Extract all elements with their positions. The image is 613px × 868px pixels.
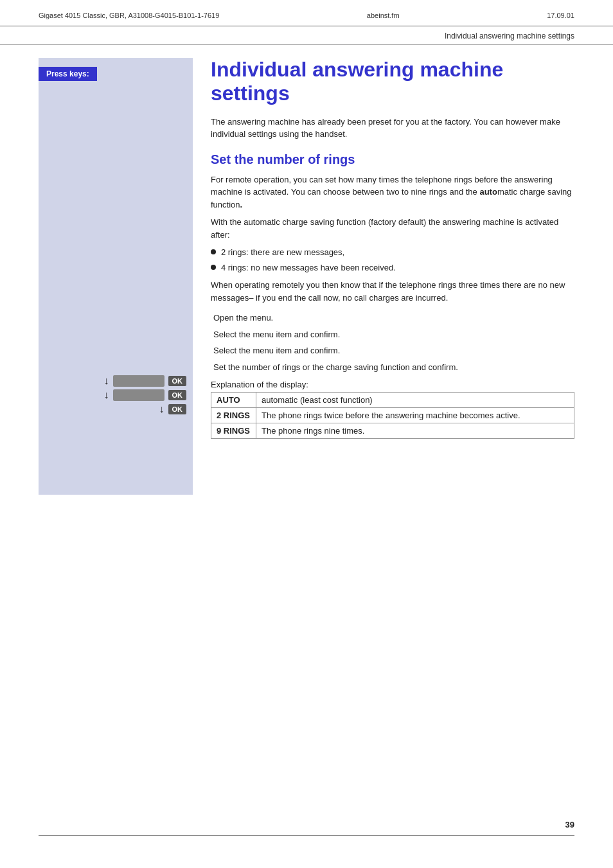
main-content: Press keys: ↓ OK ↓ OK [0,45,613,508]
header-left: Gigaset 4015 Classic, GBR, A31008-G4015-… [39,12,219,19]
key-row-1-inner: ↓ OK [104,375,187,387]
body-paragraph-1: For remote operation, you can set how ma… [211,173,574,211]
ok-button-2[interactable]: OK [168,390,187,400]
explanation-label: Explanation of the display: [211,380,574,389]
table-cell-key-2: 9 RINGS [211,423,256,439]
bold-period: . [240,200,243,209]
instruction-row-3: Select the menu item and confirm. [211,344,574,357]
table-row-9rings: 9 RINGS The phone rings nine times. [211,423,574,439]
ok-button-1[interactable]: OK [168,376,187,386]
instruction-text-2: Select the menu item and confirm. [211,328,574,341]
intro-paragraph: The answering machine has already been p… [211,116,574,141]
explanation-table: AUTO automatic (least cost function) 2 R… [211,392,574,439]
key-row-3-inner: ↓ OK [147,403,187,415]
key-row-1: ↓ OK [45,375,186,387]
key-bar-1 [113,375,164,387]
header-right: 17.09.01 [547,12,574,19]
instruction-text-1: Open the menu. [211,312,574,324]
arrow-down-icon-3: ↓ [159,403,164,415]
page-number: 39 [565,820,574,829]
bullet-text-2: 4 rings: no new messages have been recei… [221,261,396,274]
body-paragraph-3: When operating remotely you then know th… [211,279,574,304]
bullet-dot-2 [211,265,216,270]
page-wrapper: Gigaset 4015 Classic, GBR, A31008-G4015-… [0,0,613,868]
arrow-down-icon-1: ↓ [104,375,109,387]
press-keys-label: Press keys: [39,67,97,81]
key-row-2: ↓ OK [45,389,186,401]
page-section-header: Individual answering machine settings [0,26,613,45]
instruction-rows: Open the menu. Select the menu item and … [211,312,574,373]
bottom-rule [39,835,574,836]
table-cell-value-0: automatic (least cost function) [256,393,574,408]
instruction-row-4: Set the number of rings or the charge sa… [211,361,574,374]
table-row-2rings: 2 RINGS The phone rings twice before the… [211,408,574,423]
table-cell-value-2: The phone rings nine times. [256,423,574,439]
sidebar-panel: Press keys: ↓ OK ↓ OK [39,58,193,495]
section-title: Set the number of rings [211,152,574,167]
bold-auto: auto [479,187,497,197]
arrow-down-icon-2: ↓ [104,389,109,401]
bullet-text-1: 2 rings: there are new messages, [221,246,344,259]
instruction-text-4: Set the number of rings or the charge sa… [211,361,574,374]
chapter-title: Individual answering machine settings [211,58,574,105]
table-row-auto: AUTO automatic (least cost function) [211,393,574,408]
bullet-list: 2 rings: there are new messages, 4 rings… [211,246,574,274]
table-cell-key-1: 2 RINGS [211,408,256,423]
instruction-row-2: Select the menu item and confirm. [211,328,574,341]
ok-button-3[interactable]: OK [168,404,187,414]
bullet-dot-1 [211,249,216,254]
sidebar-instruction-area: ↓ OK ↓ OK ↓ OK [39,375,193,418]
body-paragraph-2: With the automatic charge saving functio… [211,216,574,241]
instruction-text-3: Select the menu item and confirm. [211,344,574,357]
key-row-3: ↓ OK [45,403,186,415]
key-bar-2 [113,389,164,401]
bullet-item-1: 2 rings: there are new messages, [211,246,574,259]
header-bar: Gigaset 4015 Classic, GBR, A31008-G4015-… [0,0,613,26]
section-header-text: Individual answering machine settings [445,31,574,40]
table-cell-key-0: AUTO [211,393,256,408]
key-row-2-inner: ↓ OK [104,389,187,401]
instruction-row-1: Open the menu. [211,312,574,324]
bullet-item-2: 4 rings: no new messages have been recei… [211,261,574,274]
right-content: Individual answering machine settings Th… [193,58,574,495]
header-center: abeinst.fm [367,12,400,19]
table-cell-value-1: The phone rings twice before the answeri… [256,408,574,423]
